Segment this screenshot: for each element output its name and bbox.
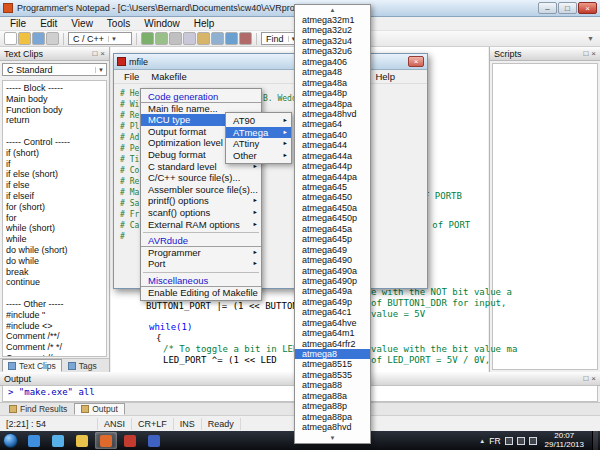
device-item[interactable]: atmega645p (295, 234, 370, 244)
makefile-menu-option[interactable]: AVRdude (141, 235, 261, 247)
maximize-button[interactable]: □ (558, 2, 577, 14)
app-red-icon[interactable] (119, 432, 141, 449)
redo-icon[interactable] (155, 32, 168, 45)
device-item[interactable]: atmega640 (295, 130, 370, 140)
device-item[interactable]: atmega48p (295, 88, 370, 98)
clip-item[interactable]: do while (6, 256, 103, 267)
device-item[interactable]: atmega88a (295, 391, 370, 401)
device-item[interactable]: atmega644pa (295, 172, 370, 182)
device-item[interactable]: atmega8535 (295, 370, 370, 380)
clip-item[interactable]: Main body (6, 94, 103, 105)
makefile-menu-option[interactable]: Code generation (141, 91, 261, 103)
clip-item[interactable]: if else (short) (6, 169, 103, 180)
mcu-family-option[interactable]: ATtiny (226, 138, 291, 150)
device-item[interactable]: atmega6450a (295, 203, 370, 213)
clip-item[interactable]: if elseif (6, 191, 103, 202)
device-item[interactable]: atmega644a (295, 151, 370, 161)
makefile-menu-option[interactable]: Miscellaneous (141, 275, 261, 287)
device-item[interactable]: atmega88pa (295, 412, 370, 422)
mcu-family-option[interactable]: Other (226, 150, 291, 162)
app-blue-icon[interactable] (143, 432, 165, 449)
clip-item[interactable]: if else (6, 180, 103, 191)
bookmark-icon[interactable] (225, 32, 238, 45)
build-icon[interactable] (239, 32, 252, 45)
device-item[interactable]: atmega406 (295, 57, 370, 67)
clip-item[interactable]: return (6, 115, 103, 126)
device-item[interactable]: atmega64c1 (295, 307, 370, 317)
minimize-button[interactable]: – (538, 2, 557, 14)
device-item[interactable]: atmega644p (295, 161, 370, 171)
device-item[interactable]: atmega32u4 (295, 36, 370, 46)
device-item[interactable]: atmega8hvd (295, 422, 370, 432)
save-file-icon[interactable] (32, 32, 45, 45)
device-item[interactable]: atmega6490 (295, 255, 370, 265)
pin-icon[interactable]: □ (583, 49, 588, 59)
makefile-menu-option[interactable]: Assembler source file(s)... (141, 184, 261, 196)
device-item[interactable]: atmega8515 (295, 359, 370, 369)
device-item[interactable]: atmega88 (295, 380, 370, 390)
device-item[interactable]: atmega64hve (295, 318, 370, 328)
makefile-menu-option[interactable]: Programmer (141, 247, 261, 259)
pin-icon[interactable]: □ (583, 374, 588, 384)
device-item[interactable]: atmega644 (295, 140, 370, 150)
mfile-file-menu[interactable]: File (118, 71, 145, 82)
clip-item[interactable]: do while (short) (6, 245, 103, 256)
menu-item[interactable]: View (64, 18, 100, 29)
language-indicator[interactable]: FR (489, 436, 500, 446)
toolbar-overflow-chevron[interactable]: ▼ (587, 35, 596, 42)
explorer-icon[interactable] (71, 432, 93, 449)
mcu-family-option[interactable]: ATmega (226, 127, 291, 139)
makefile-menu-option[interactable]: scanf() options (141, 207, 261, 219)
start-button[interactable] (3, 433, 18, 448)
menu-item[interactable]: Tools (100, 18, 137, 29)
device-item[interactable]: atmega64 (295, 119, 370, 129)
clip-item[interactable] (6, 126, 103, 137)
mfile-makefile-menu[interactable]: Makefile (145, 71, 192, 82)
clip-item[interactable]: Comment // (6, 353, 103, 357)
copy-icon[interactable] (183, 32, 196, 45)
clip-item[interactable]: ----- Other ----- (6, 299, 103, 310)
clip-item[interactable]: Function body (6, 105, 103, 116)
device-item[interactable]: atmega649a (295, 286, 370, 296)
close-button[interactable]: × (578, 2, 597, 14)
device-item[interactable]: atmega6490p (295, 276, 370, 286)
makefile-menu-option[interactable]: Enable Editing of Makefile (141, 287, 261, 299)
device-item[interactable]: atmega649p (295, 297, 370, 307)
device-item[interactable]: atmega645 (295, 182, 370, 192)
undo-icon[interactable] (141, 32, 154, 45)
close-icon[interactable]: × (591, 49, 596, 59)
search-icon[interactable] (211, 32, 224, 45)
scripts-list[interactable] (492, 63, 598, 370)
device-item[interactable]: atmega48pa (295, 99, 370, 109)
device-item[interactable]: atmega88p (295, 401, 370, 411)
device-item[interactable]: atmega649 (295, 245, 370, 255)
programmers-notepad-icon[interactable] (95, 432, 117, 449)
device-item[interactable]: atmega32u2 (295, 25, 370, 35)
open-folder-icon[interactable] (18, 32, 31, 45)
pin-icon[interactable]: □ (92, 49, 97, 59)
device-item[interactable]: atmega645a (295, 224, 370, 234)
clip-item[interactable]: continue (6, 277, 103, 288)
internet-explorer-icon[interactable] (23, 432, 45, 449)
device-item[interactable]: atmega64rfr2 (295, 339, 370, 349)
makefile-menu-option[interactable]: printf() options (141, 195, 261, 207)
makefile-menu-option[interactable]: Port (141, 258, 261, 270)
clip-item[interactable]: while (6, 234, 103, 245)
cut-icon[interactable] (169, 32, 182, 45)
network-icon[interactable] (529, 437, 537, 445)
panel-tab[interactable]: Text Clips (2, 359, 62, 372)
show-desktop-button[interactable] (592, 431, 598, 450)
device-item[interactable]: atmega32u6 (295, 46, 370, 56)
menu-item[interactable]: Window (137, 18, 187, 29)
clip-item[interactable]: break (6, 267, 103, 278)
volume-icon[interactable] (517, 437, 525, 445)
device-item[interactable]: atmega8 (295, 349, 370, 359)
clip-item[interactable]: for (short) (6, 202, 103, 213)
menu-scroll-down-icon[interactable]: ▼ (295, 433, 370, 443)
close-icon[interactable]: × (100, 49, 105, 59)
device-item[interactable]: atmega48 (295, 67, 370, 77)
scheme-combo[interactable]: C / C++ ▼ (68, 32, 132, 45)
clip-item[interactable] (6, 288, 103, 299)
show-hidden-icons-button[interactable]: ▲ (479, 438, 485, 444)
clip-item[interactable]: if (short) (6, 148, 103, 159)
